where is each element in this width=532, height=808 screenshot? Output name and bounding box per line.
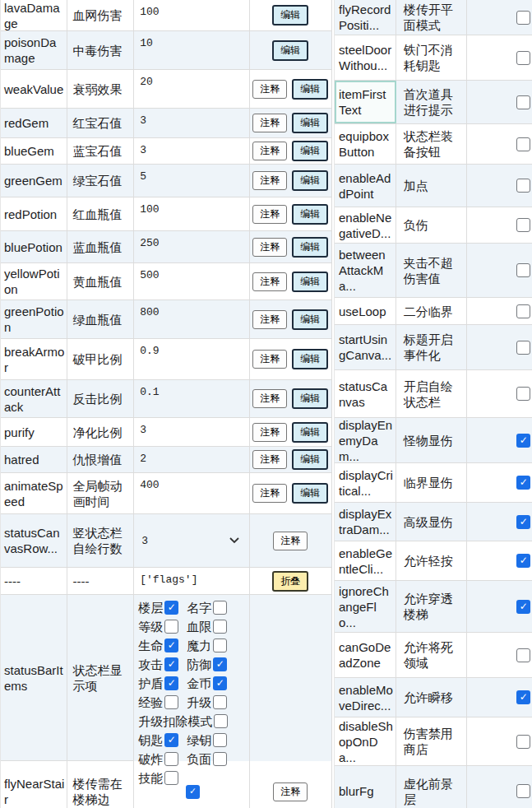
edit-button[interactable]: 编辑 — [292, 141, 328, 161]
fold-button[interactable]: 折叠 — [272, 571, 308, 592]
param-value-cell[interactable]: 3 — [134, 138, 249, 164]
comment-button[interactable]: 注释 — [273, 782, 308, 801]
flag-checkbox[interactable]: ✓ — [516, 690, 530, 704]
flag-checkbox[interactable] — [516, 263, 530, 277]
param-cn: 绿血瓶值 — [73, 312, 123, 327]
param-cn-cell: 夹击不超伤害值 — [396, 244, 468, 297]
comment-button[interactable]: 注释 — [252, 484, 287, 503]
param-value-cell[interactable]: 20 — [134, 70, 249, 108]
statusbar-item-checkbox[interactable] — [213, 639, 227, 652]
comment-button[interactable]: 注释 — [252, 272, 287, 291]
comment-button[interactable]: 注释 — [252, 238, 287, 257]
param-value-cell[interactable]: 100 — [134, 0, 249, 30]
edit-button[interactable]: 编辑 — [292, 388, 328, 409]
param-value-cell[interactable]: 800 — [134, 300, 249, 338]
param-value-cell[interactable]: 100 — [134, 197, 249, 230]
statusbar-item-checkbox[interactable]: ✓ — [164, 639, 178, 652]
table-row: steelDoorWithou...铁门不消耗钥匙 — [335, 35, 532, 81]
table-row: blurFg虚化前景层 — [335, 766, 532, 808]
param-id-cell: hatred — [1, 447, 67, 472]
flag-checkbox[interactable] — [516, 218, 530, 232]
flag-checkbox[interactable]: ✓ — [516, 476, 530, 490]
param-value-cell[interactable]: ['flags'] — [134, 568, 249, 594]
param-id: blurFg — [339, 783, 374, 799]
table-row: ignoreChangeFlo...允许穿透楼梯✓ — [335, 581, 532, 633]
flag-checkbox[interactable]: ✓ — [516, 434, 530, 448]
comment-button[interactable]: 注释 — [252, 423, 287, 442]
param-value-cell[interactable]: 500 — [134, 263, 249, 300]
statusbar-item-checkbox[interactable]: ✓ — [164, 601, 178, 615]
comment-button[interactable]: 注释 — [252, 80, 287, 99]
edit-button[interactable]: 编辑 — [292, 170, 328, 191]
statusbar-item-checkbox[interactable]: ✓ — [213, 676, 227, 690]
param-value-cell[interactable]: 0.9 — [134, 339, 249, 379]
edit-button[interactable]: 编辑 — [292, 309, 328, 330]
edit-button[interactable]: 编辑 — [292, 349, 328, 369]
flag-checkbox[interactable] — [516, 304, 530, 318]
comment-button[interactable]: 注释 — [252, 142, 287, 160]
flag-checkbox[interactable]: ✓ — [516, 600, 530, 614]
flag-checkbox[interactable] — [516, 137, 530, 151]
flag-checkbox[interactable] — [516, 735, 530, 749]
edit-button[interactable]: 编辑 — [272, 40, 308, 61]
edit-button[interactable]: 编辑 — [292, 483, 328, 504]
row-actions-cell: 注释编辑 — [250, 197, 331, 230]
param-cn: 高级显伤 — [404, 514, 453, 530]
flag-value-cell — [467, 633, 532, 677]
param-value-cell[interactable]: 3 — [134, 418, 249, 446]
statusbar-item-checkbox[interactable]: ✓ — [164, 733, 178, 747]
edit-button[interactable]: 编辑 — [292, 204, 328, 225]
flag-checkbox[interactable] — [516, 179, 530, 193]
param-cn: 中毒伤害 — [73, 43, 123, 58]
statusbar-item-checkbox[interactable] — [164, 695, 178, 709]
statusbar-item-checkbox[interactable] — [213, 695, 227, 709]
statusbar-item-checkbox[interactable]: ✓ — [164, 676, 178, 690]
param-value-cell[interactable]: 3 — [134, 109, 249, 137]
edit-button[interactable]: 编辑 — [292, 449, 328, 470]
flag-checkbox[interactable]: ✓ — [516, 554, 530, 568]
statusbar-item-checkbox[interactable] — [164, 771, 178, 785]
edit-button[interactable]: 编辑 — [292, 79, 328, 100]
param-value-cell[interactable]: 250 — [134, 231, 249, 262]
statusbar-item-checkbox[interactable] — [214, 714, 228, 728]
statusbar-item-checkbox[interactable] — [213, 601, 227, 615]
row-actions-cell: 注释编辑 — [250, 473, 331, 513]
edit-button[interactable]: 编辑 — [292, 113, 328, 133]
flag-checkbox[interactable] — [516, 11, 530, 25]
comment-button[interactable]: 注释 — [252, 389, 287, 408]
flag-checkbox[interactable] — [516, 648, 530, 662]
flag-checkbox[interactable] — [516, 341, 530, 355]
statusbar-item-checkbox[interactable] — [164, 752, 178, 766]
comment-button[interactable]: 注释 — [273, 532, 308, 550]
statusbar-item-checkbox[interactable]: ✓ — [164, 657, 178, 671]
statusbar-item-checkbox[interactable] — [213, 620, 227, 634]
param-value-cell[interactable]: 0.1 — [134, 380, 249, 417]
param-value-cell[interactable]: 2 — [134, 447, 249, 472]
comment-button[interactable]: 注释 — [252, 205, 287, 224]
rows-select[interactable]: 3 — [140, 533, 245, 549]
comment-button[interactable]: 注释 — [252, 350, 287, 369]
statusbar-item-checkbox[interactable] — [213, 733, 227, 747]
edit-button[interactable]: 编辑 — [272, 5, 308, 26]
table-row: enableMoveDirec...允许瞬移✓ — [335, 678, 532, 717]
edit-button[interactable]: 编辑 — [292, 237, 328, 258]
statusbar-item-checkbox[interactable]: ✓ — [213, 657, 227, 671]
edit-button[interactable]: 编辑 — [292, 272, 328, 292]
param-value-cell[interactable]: 400 — [134, 473, 249, 513]
flag-checkbox[interactable]: ✓ — [516, 515, 530, 529]
param-value-cell[interactable]: 5 — [134, 165, 249, 197]
param-value-cell[interactable]: 10 — [134, 31, 249, 69]
comment-button[interactable]: 注释 — [252, 310, 287, 329]
flag-checkbox[interactable] — [516, 95, 530, 109]
flag-checkbox[interactable] — [516, 387, 530, 401]
flag-checkbox[interactable] — [516, 784, 530, 798]
param-id-cell: disableShopOnDa... — [335, 717, 396, 765]
param-id-cell: blueGem — [1, 138, 67, 164]
comment-button[interactable]: 注释 — [252, 114, 287, 132]
flag-checkbox[interactable] — [516, 51, 530, 65]
comment-button[interactable]: 注释 — [252, 171, 287, 190]
statusbar-item-checkbox[interactable] — [213, 752, 227, 766]
edit-button[interactable]: 编辑 — [292, 422, 328, 443]
statusbar-item-checkbox[interactable] — [164, 620, 178, 634]
comment-button[interactable]: 注释 — [252, 450, 287, 469]
